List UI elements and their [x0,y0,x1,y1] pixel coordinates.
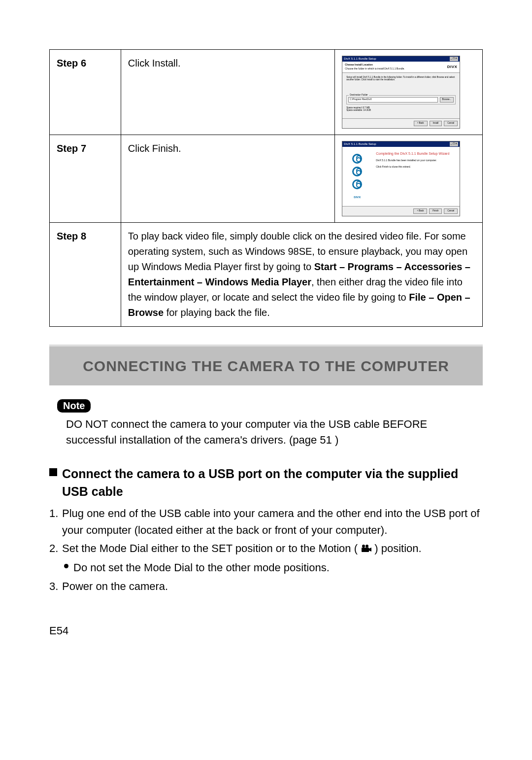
motion-camera-icon [361,541,371,557]
install-button: Install [430,121,442,126]
window-control-icons: _ ☐ ✕ [450,142,459,146]
cancel-button: Cancel [444,121,458,126]
divx-brand-text: DIVX [354,195,361,200]
step-8-row: Step 8 To play back video file, simply d… [50,223,483,327]
installer-body: Setup will install DivX 5.1.1 Bundle in … [342,73,460,118]
finish-text-panel: Completing the DivX 5.1.1 Bundle Setup W… [372,147,460,206]
installer-footer: < Back Finish Cancel [342,206,460,216]
note-badge: Note [57,399,91,413]
back-button: < Back [413,208,427,214]
item2-text-a: Set the Mode Dial either to the SET posi… [62,542,361,554]
installer-title-text: DivX 5.1.1 Bundle Setup [344,57,376,61]
film-reel-icon [352,179,362,189]
back-button: < Back [414,121,428,126]
finish-graphic: DIVX [342,147,372,206]
item-number: 2. [49,540,62,557]
film-reel-icon [352,167,362,176]
list-item-2-sub: Do not set the Mode Dial to the other mo… [64,559,483,576]
installer-window-install: DivX 5.1.1 Bundle Setup _ ☐ ✕ Choose Ins… [342,56,460,129]
step8-label: Step 8 [50,223,121,327]
finish-button: Finish [429,208,442,214]
item-text: Set the Mode Dial either to the SET posi… [62,540,483,557]
finish-body: DIVX Completing the DivX 5.1.1 Bundle Se… [342,147,460,206]
step7-label: Step 7 [50,135,121,222]
finish-title: Completing the DivX 5.1.1 Bundle Setup W… [376,152,456,156]
list-item-2: 2. Set the Mode Dial either to the SET p… [49,540,483,557]
item-number: 3. [49,578,62,595]
installer-header-title: Choose Install Location [345,63,404,67]
cancel-button: Cancel [444,208,458,214]
step8-content: To play back video file, simply double c… [121,223,482,327]
finish-desc1: DivX 5.1.1 Bundle has been installed on … [376,159,456,162]
step8-part3: for playing back the file. [164,307,270,318]
page-number: E54 [49,624,483,637]
step-7-row: Step 7 Click Finish. DivX 5.1.1 Bundle S… [50,135,483,222]
square-bullet-icon [49,468,57,476]
path-input: C:\Program Files\DivX [348,97,437,103]
destination-fieldset: Destination Folder C:\Program Files\DivX… [346,95,456,104]
svg-point-1 [366,545,368,548]
svg-marker-3 [369,548,371,552]
installer-footer: < Back Install Cancel [342,118,460,128]
note-text: DO NOT connect the camera to your comput… [66,416,476,448]
fieldset-legend: Destination Folder [349,94,369,97]
step6-screenshot: DivX 5.1.1 Bundle Setup _ ☐ ✕ Choose Ins… [335,50,483,135]
installer-title-text: DivX 5.1.1 Bundle Setup [344,142,376,146]
item-text: Power on the camera. [62,578,483,595]
installer-header: Choose Install Location Choose the folde… [342,62,460,73]
space-info: Space required: 8.7 MB Space available: … [346,106,456,112]
film-reel-icon [352,154,362,164]
divx-logo: DIVX [447,64,458,70]
steps-table: Step 6 Click Install. DivX 5.1.1 Bundle … [49,49,483,327]
svg-rect-2 [362,548,369,552]
subheading-row: Connect the camera to a USB port on the … [49,465,483,501]
step7-content: Click Finish. [121,135,334,222]
step6-content: Click Install. [121,50,334,135]
installer-header-sub: Choose the folder in which to install Di… [345,67,404,71]
installer-desc: Setup will install DivX 5.1.1 Bundle in … [346,76,456,81]
subheading-text: Connect the camera to a USB port on the … [62,465,483,501]
item-text: Plug one end of the USB cable into your … [62,505,483,539]
space-available: Space available: 14.3GB [346,109,456,111]
section-heading: CONNECTING THE CAMERA TO THE COMPUTER [49,345,483,385]
installer-titlebar: DivX 5.1.1 Bundle Setup _ ☐ ✕ [342,56,460,62]
step7-screenshot: DivX 5.1.1 Bundle Setup _ ☐ ✕ DIVX Compl… [335,135,483,222]
dot-bullet-icon [64,564,68,568]
browse-button: Browse... [440,97,454,103]
numbered-list: 1. Plug one end of the USB cable into yo… [49,505,483,595]
step-6-row: Step 6 Click Install. DivX 5.1.1 Bundle … [50,50,483,135]
finish-desc2: Click Finish to close this wizard. [376,165,456,169]
window-control-icons: _ ☐ ✕ [450,57,459,61]
list-item-1: 1. Plug one end of the USB cable into yo… [49,505,483,539]
item2-text-b: ) position. [374,542,421,554]
step6-label: Step 6 [50,50,121,135]
installer-titlebar: DivX 5.1.1 Bundle Setup _ ☐ ✕ [342,141,460,147]
sub-bullet-text: Do not set the Mode Dial to the other mo… [73,559,330,576]
list-item-3: 3. Power on the camera. [49,578,483,595]
svg-point-0 [362,545,365,548]
installer-window-finish: DivX 5.1.1 Bundle Setup _ ☐ ✕ DIVX Compl… [342,141,460,216]
item-number: 1. [49,505,62,539]
